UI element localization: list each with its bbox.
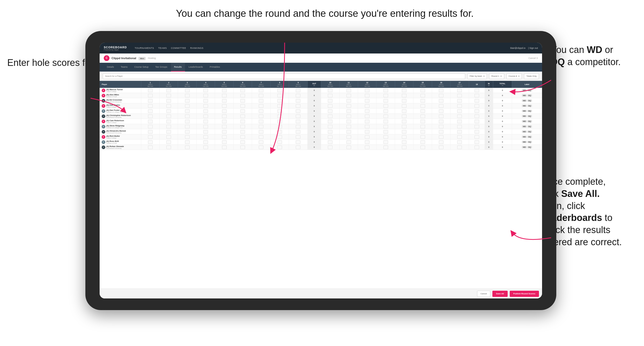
score-input-h16[interactable] bbox=[439, 114, 443, 118]
hole-7-input-cell[interactable] bbox=[252, 114, 270, 119]
score-input-h15[interactable] bbox=[420, 99, 425, 103]
label-cell[interactable]: WD DQ bbox=[512, 124, 542, 129]
hole-14-input-cell[interactable] bbox=[395, 88, 413, 93]
score-input-h4[interactable] bbox=[203, 140, 208, 144]
score-input-h10[interactable] bbox=[328, 145, 332, 149]
score-input-h10[interactable] bbox=[328, 114, 332, 118]
hole-11-input-cell[interactable] bbox=[339, 93, 358, 98]
score-input-h17[interactable] bbox=[457, 94, 462, 97]
score-input-h17[interactable] bbox=[457, 114, 462, 118]
score-input-h18[interactable] bbox=[475, 99, 479, 103]
hole-5-input-cell[interactable] bbox=[215, 93, 233, 98]
score-input-h15[interactable] bbox=[420, 125, 425, 128]
hole-2-input-cell[interactable] bbox=[159, 93, 178, 98]
hole-6-input-cell[interactable] bbox=[233, 129, 252, 134]
hole-12-input-cell[interactable] bbox=[358, 114, 376, 119]
score-input-h16[interactable] bbox=[439, 109, 443, 113]
hole-7-input-cell[interactable] bbox=[252, 103, 270, 109]
hole-4-input-cell[interactable] bbox=[196, 119, 215, 124]
hole-9-input-cell[interactable] bbox=[289, 93, 307, 98]
search-player-input[interactable] bbox=[103, 73, 465, 79]
score-input-h16[interactable] bbox=[439, 140, 443, 144]
score-input-h1[interactable] bbox=[148, 125, 153, 128]
score-input-h13[interactable] bbox=[383, 94, 388, 97]
hole-9-input-cell[interactable] bbox=[289, 103, 307, 109]
hole-5-input-cell[interactable] bbox=[215, 124, 233, 129]
score-input-h2[interactable] bbox=[166, 104, 171, 108]
score-input-h11[interactable] bbox=[346, 109, 351, 113]
hole-8-input-cell[interactable] bbox=[270, 88, 289, 93]
dq-button[interactable]: DQ bbox=[527, 99, 532, 102]
hole-6-input-cell[interactable] bbox=[233, 88, 252, 93]
hole-3-input-cell[interactable] bbox=[178, 93, 196, 98]
hole-2-input-cell[interactable] bbox=[159, 134, 178, 140]
wd-button[interactable]: WD bbox=[522, 136, 527, 138]
hole-5-input-cell[interactable] bbox=[215, 114, 233, 119]
hole-17-input-cell[interactable] bbox=[450, 109, 469, 114]
hole-1-input-cell[interactable] bbox=[141, 114, 159, 119]
score-input-h17[interactable] bbox=[457, 145, 462, 149]
score-input-h3[interactable] bbox=[185, 109, 190, 113]
hole-7-input-cell[interactable] bbox=[252, 109, 270, 114]
score-input-h12[interactable] bbox=[365, 125, 369, 128]
hole-6-input-cell[interactable] bbox=[233, 119, 252, 124]
score-input-h9[interactable] bbox=[296, 89, 300, 92]
wd-button[interactable]: WD bbox=[522, 120, 527, 122]
hole-2-input-cell[interactable] bbox=[159, 129, 178, 134]
score-input-h11[interactable] bbox=[346, 104, 351, 108]
score-input-h6[interactable] bbox=[240, 109, 245, 113]
score-input-h5[interactable] bbox=[222, 140, 227, 144]
score-input-h12[interactable] bbox=[365, 109, 369, 113]
wd-button[interactable]: WD bbox=[522, 146, 527, 148]
hole-1-input-cell[interactable] bbox=[141, 119, 159, 124]
score-input-h2[interactable] bbox=[166, 135, 171, 139]
score-input-h5[interactable] bbox=[222, 94, 227, 97]
hole-13-input-cell[interactable] bbox=[376, 129, 395, 134]
score-input-h5[interactable] bbox=[222, 135, 227, 139]
hole-16-input-cell[interactable] bbox=[432, 98, 450, 103]
hole-7-input-cell[interactable] bbox=[252, 119, 270, 124]
hole-3-input-cell[interactable] bbox=[178, 145, 196, 150]
score-input-h18[interactable] bbox=[475, 145, 479, 149]
label-cell[interactable]: WD DQ bbox=[512, 119, 542, 124]
score-input-h1[interactable] bbox=[148, 135, 153, 139]
score-input-h9[interactable] bbox=[296, 109, 300, 113]
cancel-button-header[interactable]: Cancel X bbox=[528, 57, 538, 59]
score-input-h15[interactable] bbox=[420, 104, 425, 108]
hole-17-input-cell[interactable] bbox=[450, 119, 469, 124]
score-input-h18[interactable] bbox=[475, 94, 479, 97]
score-input-h13[interactable] bbox=[383, 125, 388, 128]
hole-5-input-cell[interactable] bbox=[215, 103, 233, 109]
hole-15-input-cell[interactable] bbox=[413, 140, 432, 145]
hole-15-input-cell[interactable] bbox=[413, 119, 432, 124]
score-input-h11[interactable] bbox=[346, 99, 351, 103]
hole-10-input-cell[interactable] bbox=[321, 119, 339, 124]
hole-12-input-cell[interactable] bbox=[358, 134, 376, 140]
hole-10-input-cell[interactable] bbox=[321, 109, 339, 114]
hole-13-input-cell[interactable] bbox=[376, 109, 395, 114]
hole-15-input-cell[interactable] bbox=[413, 145, 432, 150]
hole-12-input-cell[interactable] bbox=[358, 88, 376, 93]
score-input-h15[interactable] bbox=[420, 94, 425, 97]
hole-9-input-cell[interactable] bbox=[289, 124, 307, 129]
hole-17-input-cell[interactable] bbox=[450, 103, 469, 109]
score-input-h16[interactable] bbox=[439, 104, 443, 108]
hole-10-input-cell[interactable] bbox=[321, 134, 339, 140]
dq-button[interactable]: DQ bbox=[527, 136, 532, 138]
score-input-h4[interactable] bbox=[203, 89, 208, 92]
tab-tee-groups[interactable]: Tee Groups bbox=[152, 63, 171, 72]
hole-13-input-cell[interactable] bbox=[376, 124, 395, 129]
score-input-h17[interactable] bbox=[457, 120, 462, 123]
wd-button[interactable]: WD bbox=[522, 110, 527, 112]
hole-8-input-cell[interactable] bbox=[270, 140, 289, 145]
score-input-h3[interactable] bbox=[185, 130, 190, 134]
hole-15-input-cell[interactable] bbox=[413, 98, 432, 103]
label-cell[interactable]: WD DQ bbox=[512, 140, 542, 145]
score-input-h14[interactable] bbox=[402, 99, 406, 103]
score-input-h15[interactable] bbox=[420, 114, 425, 118]
tab-results[interactable]: Results bbox=[171, 63, 185, 72]
label-cell[interactable]: WD DQ bbox=[512, 145, 542, 150]
score-input-h11[interactable] bbox=[346, 130, 351, 134]
cancel-button-footer[interactable]: Cancel bbox=[477, 291, 490, 297]
score-input-h9[interactable] bbox=[296, 140, 300, 144]
